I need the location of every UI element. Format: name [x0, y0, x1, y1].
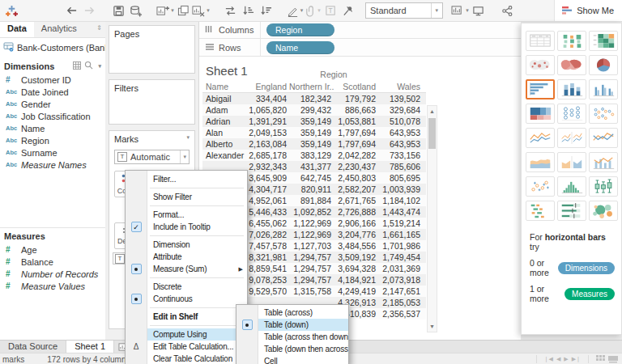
- row-name-cell[interactable]: Abigail: [202, 93, 245, 104]
- next-sheet-icon[interactable]: ▶: [564, 356, 568, 362]
- dimension-field[interactable]: AbcGender: [0, 98, 105, 110]
- view-grid-icon[interactable]: [73, 61, 81, 71]
- dimension-field[interactable]: AbcMeasure Names: [0, 159, 105, 171]
- tab-data-source[interactable]: Data Source: [0, 341, 66, 353]
- value-cell[interactable]: 643,953: [378, 127, 423, 138]
- value-cell[interactable]: 3,204,776: [334, 229, 378, 240]
- value-cell[interactable]: 359,149: [289, 116, 334, 127]
- value-cell[interactable]: 359,149: [289, 127, 334, 138]
- value-cell[interactable]: 1,661,165: [378, 229, 423, 240]
- value-cell[interactable]: 7,026,282: [245, 229, 289, 240]
- highlight-table-thumbnail[interactable]: [589, 31, 618, 51]
- value-cell[interactable]: 1,294,757: [289, 252, 334, 263]
- dimension-field[interactable]: #Customer ID: [0, 74, 105, 86]
- value-cell[interactable]: 4,304,717: [245, 184, 289, 195]
- value-cell[interactable]: 3,694,328: [334, 263, 378, 274]
- dimension-field[interactable]: AbcJob Classification: [0, 110, 105, 122]
- rows-shelf[interactable]: Rows Name: [199, 39, 521, 57]
- show-filmstrip-icon[interactable]: [608, 355, 618, 364]
- value-cell[interactable]: 1,797,694: [334, 127, 378, 138]
- value-cell[interactable]: 2,049,153: [245, 127, 289, 138]
- value-cell[interactable]: 2,073,918: [378, 274, 423, 286]
- circle-views-thumbnail[interactable]: [557, 104, 586, 124]
- row-name-cell[interactable]: Adam: [202, 104, 245, 116]
- value-cell[interactable]: 1,184,102: [378, 195, 423, 206]
- value-cell[interactable]: 2,031,369: [378, 263, 423, 274]
- dimension-field[interactable]: AbcDate Joined: [0, 86, 105, 98]
- value-cell[interactable]: 891,884: [289, 195, 334, 206]
- scroll-up-icon[interactable]: ▲: [428, 106, 437, 116]
- show-tabs-icon[interactable]: [596, 355, 605, 364]
- new-worksheet-icon[interactable]: ▾: [156, 2, 174, 19]
- dual-lines-thumbnail[interactable]: [589, 128, 618, 148]
- data-source-item[interactable]: Bank-Customers (Bank-...: [0, 38, 105, 57]
- context-menu-item[interactable]: Dimension: [126, 239, 247, 251]
- tab-analytics[interactable]: Analytics: [34, 21, 84, 37]
- context-menu-item[interactable]: Attribute: [126, 251, 247, 263]
- search-icon[interactable]: [84, 61, 93, 71]
- value-cell[interactable]: 1,443,474: [378, 206, 423, 218]
- sort-ascending-icon[interactable]: [239, 2, 257, 19]
- submenu-item[interactable]: Table (down then across): [236, 343, 348, 355]
- value-cell[interactable]: 2,450,803: [334, 172, 378, 184]
- presentation-mode-icon[interactable]: [469, 2, 487, 19]
- pie-chart-thumbnail[interactable]: [589, 55, 618, 75]
- lines-continuous-thumbnail[interactable]: [526, 128, 555, 148]
- value-cell[interactable]: 3,484,556: [334, 240, 378, 252]
- value-cell[interactable]: 383,129: [289, 150, 334, 161]
- value-cell[interactable]: 359,149: [289, 138, 334, 150]
- value-cell[interactable]: 643,953: [378, 138, 423, 150]
- value-cell[interactable]: 1,092,852: [289, 206, 334, 218]
- scatter-plot-thumbnail[interactable]: [526, 176, 555, 197]
- name-column-header[interactable]: Name: [202, 81, 245, 92]
- value-cell[interactable]: 2,582,207: [334, 184, 378, 195]
- fit-selector-icon[interactable]: ▾: [451, 2, 469, 19]
- pages-shelf[interactable]: Pages: [109, 25, 195, 74]
- area-discrete-thumbnail[interactable]: [557, 152, 586, 172]
- value-cell[interactable]: 2,671,765: [334, 195, 378, 206]
- chevron-down-icon[interactable]: ▾: [98, 63, 101, 70]
- value-cell[interactable]: 334,404: [245, 93, 289, 104]
- value-cell[interactable]: 1,797,694: [334, 138, 378, 150]
- context-menu-item[interactable]: ΔEdit Table Calculation...: [126, 341, 247, 353]
- value-cell[interactable]: 3,509,192: [334, 252, 378, 263]
- dimension-field[interactable]: AbcSurname: [0, 146, 105, 159]
- value-cell[interactable]: 1,315,758: [289, 286, 334, 297]
- value-cell[interactable]: 2,906,166: [334, 218, 378, 229]
- submenu-item[interactable]: Table (across then down): [236, 331, 348, 343]
- column-header[interactable]: Northern Ir..: [289, 81, 334, 92]
- value-cell[interactable]: 805,695: [378, 172, 423, 184]
- swap-axes-icon[interactable]: [221, 2, 239, 19]
- value-cell[interactable]: 1,294,757: [289, 263, 334, 274]
- box-and-whisker-thumbnail[interactable]: [589, 176, 618, 197]
- gantt-thumbnail[interactable]: [526, 201, 555, 221]
- tab-data[interactable]: Data: [0, 21, 34, 37]
- value-cell[interactable]: 7,457,578: [245, 240, 289, 252]
- prev-sheet-icon[interactable]: ◀: [556, 356, 560, 362]
- value-cell[interactable]: 2,185,053: [378, 297, 423, 308]
- text-table-thumbnail[interactable]: [526, 31, 555, 51]
- row-name-cell[interactable]: Alexander: [202, 150, 245, 161]
- value-cell[interactable]: 1,122,969: [289, 229, 334, 240]
- share-icon[interactable]: [498, 2, 516, 19]
- heat-map-thumbnail[interactable]: [557, 31, 586, 51]
- show-me-button[interactable]: Show Me: [554, 0, 622, 21]
- value-cell[interactable]: 2,685,178: [245, 150, 289, 161]
- lines-discrete-thumbnail[interactable]: [557, 128, 586, 148]
- value-cell[interactable]: 6,455,062: [245, 218, 289, 229]
- column-header[interactable]: England: [245, 81, 289, 92]
- row-name-cell[interactable]: Alberto: [202, 138, 245, 150]
- region-column-header[interactable]: Region: [245, 70, 423, 79]
- value-cell[interactable]: 3,645,909: [245, 172, 289, 184]
- value-cell[interactable]: 886,663: [334, 104, 378, 116]
- submenu-item[interactable]: Table (down): [236, 319, 348, 331]
- value-cell[interactable]: 1,701,986: [378, 240, 423, 252]
- value-cell[interactable]: 1,053,881: [334, 116, 378, 127]
- submenu-item[interactable]: Cell: [236, 355, 348, 364]
- value-cell[interactable]: 1,065,820: [245, 104, 289, 116]
- value-cell[interactable]: 2,042,282: [334, 150, 378, 161]
- value-cell[interactable]: 2,356,537: [378, 308, 423, 320]
- fix-axes-icon[interactable]: [339, 2, 357, 19]
- mark-type-select[interactable]: T Automatic ▾: [114, 150, 190, 164]
- value-cell[interactable]: 8,321,981: [245, 252, 289, 263]
